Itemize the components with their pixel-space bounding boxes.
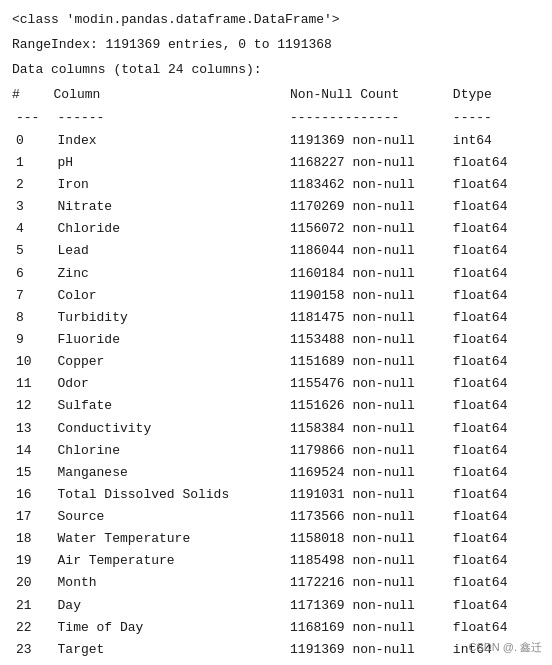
row-index: 17 xyxy=(12,506,54,528)
row-dtype: float64 xyxy=(453,285,540,307)
data-columns-line: Data columns (total 24 columns): xyxy=(12,60,540,81)
table-row: 2Iron1183462 non-nullfloat64 xyxy=(12,174,540,196)
row-nonnull-count: 1185498 non-null xyxy=(290,550,453,572)
table-row: 19Air Temperature1185498 non-nullfloat64 xyxy=(12,550,540,572)
table-separator-row: --- ------ -------------- ----- xyxy=(12,107,540,130)
sep-hash: --- xyxy=(12,107,54,130)
row-column-name: Odor xyxy=(54,373,290,395)
row-nonnull-count: 1153488 non-null xyxy=(290,329,453,351)
row-index: 13 xyxy=(12,418,54,440)
row-dtype: float64 xyxy=(453,506,540,528)
table-row: 18Water Temperature1158018 non-nullfloat… xyxy=(12,528,540,550)
row-column-name: Sulfate xyxy=(54,395,290,417)
row-dtype: float64 xyxy=(453,329,540,351)
row-nonnull-count: 1172216 non-null xyxy=(290,572,453,594)
row-nonnull-count: 1179866 non-null xyxy=(290,440,453,462)
row-dtype: float64 xyxy=(453,550,540,572)
row-index: 19 xyxy=(12,550,54,572)
row-index: 16 xyxy=(12,484,54,506)
row-index: 18 xyxy=(12,528,54,550)
row-index: 12 xyxy=(12,395,54,417)
row-column-name: Lead xyxy=(54,240,290,262)
range-index-line: RangeIndex: 1191369 entries, 0 to 119136… xyxy=(12,35,540,56)
row-dtype: float64 xyxy=(453,484,540,506)
table-row: 21Day1171369 non-nullfloat64 xyxy=(12,595,540,617)
table-row: 3Nitrate1170269 non-nullfloat64 xyxy=(12,196,540,218)
table-row: 16Total Dissolved Solids1191031 non-null… xyxy=(12,484,540,506)
row-dtype: float64 xyxy=(453,528,540,550)
row-column-name: Target xyxy=(54,639,290,661)
table-row: 0Index1191369 non-nullint64 xyxy=(12,130,540,152)
header-section: <class 'modin.pandas.dataframe.DataFrame… xyxy=(12,10,540,80)
row-column-name: Air Temperature xyxy=(54,550,290,572)
row-index: 2 xyxy=(12,174,54,196)
table-row: 14Chlorine1179866 non-nullfloat64 xyxy=(12,440,540,462)
row-nonnull-count: 1191369 non-null xyxy=(290,639,453,661)
row-nonnull-count: 1169524 non-null xyxy=(290,462,453,484)
row-nonnull-count: 1191369 non-null xyxy=(290,130,453,152)
sep-column: ------ xyxy=(54,107,290,130)
row-nonnull-count: 1183462 non-null xyxy=(290,174,453,196)
row-column-name: Manganese xyxy=(54,462,290,484)
table-row: 4Chloride1156072 non-nullfloat64 xyxy=(12,218,540,240)
row-dtype: float64 xyxy=(453,196,540,218)
row-column-name: Chloride xyxy=(54,218,290,240)
row-index: 22 xyxy=(12,617,54,639)
row-index: 1 xyxy=(12,152,54,174)
row-nonnull-count: 1171369 non-null xyxy=(290,595,453,617)
table-row: 8Turbidity1181475 non-nullfloat64 xyxy=(12,307,540,329)
row-column-name: Fluoride xyxy=(54,329,290,351)
table-row: 12Sulfate1151626 non-nullfloat64 xyxy=(12,395,540,417)
col-header-column: Column xyxy=(54,84,290,106)
row-column-name: Chlorine xyxy=(54,440,290,462)
row-dtype: float64 xyxy=(453,617,540,639)
row-nonnull-count: 1181475 non-null xyxy=(290,307,453,329)
row-column-name: Time of Day xyxy=(54,617,290,639)
sep-dtype: ----- xyxy=(453,107,540,130)
row-column-name: Turbidity xyxy=(54,307,290,329)
row-column-name: Iron xyxy=(54,174,290,196)
row-index: 14 xyxy=(12,440,54,462)
row-nonnull-count: 1190158 non-null xyxy=(290,285,453,307)
row-column-name: Index xyxy=(54,130,290,152)
row-column-name: Source xyxy=(54,506,290,528)
row-dtype: float64 xyxy=(453,307,540,329)
row-index: 11 xyxy=(12,373,54,395)
col-header-nonnull: Non-Null Count xyxy=(290,84,453,106)
row-dtype: float64 xyxy=(453,595,540,617)
table-row: 13Conductivity1158384 non-nullfloat64 xyxy=(12,418,540,440)
row-column-name: Nitrate xyxy=(54,196,290,218)
row-column-name: Total Dissolved Solids xyxy=(54,484,290,506)
class-line: <class 'modin.pandas.dataframe.DataFrame… xyxy=(12,10,540,31)
row-dtype: float64 xyxy=(453,218,540,240)
row-index: 23 xyxy=(12,639,54,661)
dataframe-info-table: # Column Non-Null Count Dtype --- ------… xyxy=(12,84,540,661)
row-dtype: float64 xyxy=(453,418,540,440)
row-nonnull-count: 1186044 non-null xyxy=(290,240,453,262)
row-nonnull-count: 1158018 non-null xyxy=(290,528,453,550)
row-dtype: float64 xyxy=(453,351,540,373)
row-nonnull-count: 1151626 non-null xyxy=(290,395,453,417)
row-nonnull-count: 1158384 non-null xyxy=(290,418,453,440)
row-column-name: Copper xyxy=(54,351,290,373)
row-dtype: float64 xyxy=(453,462,540,484)
table-row: 5Lead1186044 non-nullfloat64 xyxy=(12,240,540,262)
row-dtype: float64 xyxy=(453,263,540,285)
row-nonnull-count: 1168227 non-null xyxy=(290,152,453,174)
col-header-hash: # xyxy=(12,84,54,106)
row-index: 0 xyxy=(12,130,54,152)
row-column-name: Zinc xyxy=(54,263,290,285)
sep-nonnull: -------------- xyxy=(290,107,453,130)
row-index: 20 xyxy=(12,572,54,594)
row-nonnull-count: 1151689 non-null xyxy=(290,351,453,373)
table-row: 23Target1191369 non-nullint64 xyxy=(12,639,540,661)
row-index: 5 xyxy=(12,240,54,262)
row-index: 10 xyxy=(12,351,54,373)
row-dtype: float64 xyxy=(453,240,540,262)
row-nonnull-count: 1173566 non-null xyxy=(290,506,453,528)
table-row: 10Copper1151689 non-nullfloat64 xyxy=(12,351,540,373)
table-row: 20Month1172216 non-nullfloat64 xyxy=(12,572,540,594)
row-index: 15 xyxy=(12,462,54,484)
table-header-row: # Column Non-Null Count Dtype xyxy=(12,84,540,106)
row-column-name: pH xyxy=(54,152,290,174)
